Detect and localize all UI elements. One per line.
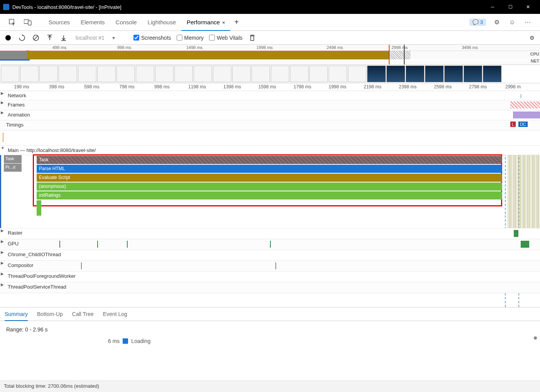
summary-range: Range: 0 - 2.96 s — [6, 326, 534, 333]
garbage-collect-button[interactable] — [248, 34, 256, 42]
track-gpu[interactable]: ▶GPU — [0, 239, 540, 250]
timeline-ruler[interactable]: 198 ms 398 ms 598 ms 798 ms 998 ms 1198 … — [0, 83, 540, 91]
inspect-element-icon[interactable] — [8, 18, 17, 27]
cpu-overview: CPU — [0, 51, 540, 59]
tab-elements[interactable]: Elements — [75, 14, 110, 31]
overview-pane[interactable]: 498 ms 998 ms 1498 ms 1998 ms 2498 ms 29… — [0, 45, 540, 65]
minimize-button[interactable]: ─ — [484, 0, 501, 14]
blocking-time-text: Total blocking time: 2700.06ms (estimate… — [4, 383, 99, 389]
download-profile-button[interactable] — [59, 34, 68, 42]
app-icon — [3, 4, 9, 10]
legend-ms: 6 ms — [108, 338, 120, 344]
svg-rect-2 — [28, 21, 31, 25]
track-threadpool-foreground[interactable]: ▶ThreadPoolForegroundWorker — [0, 272, 540, 282]
tab-call-tree[interactable]: Call Tree — [72, 307, 94, 321]
filmstrip-frame[interactable] — [1, 66, 19, 82]
record-button[interactable] — [4, 34, 12, 42]
tab-lighthouse[interactable]: Lighthouse — [142, 14, 181, 31]
svg-line-4 — [34, 36, 38, 40]
track-chrome-io[interactable]: ▶Chrome_ChildIOThread — [0, 250, 540, 261]
more-menu-icon[interactable]: ⋯ — [523, 18, 532, 27]
flame-initratings[interactable]: initRatings — [37, 191, 502, 199]
feedback-icon[interactable]: ☺ — [508, 18, 517, 27]
tab-summary[interactable]: Summary — [5, 307, 28, 321]
track-animation[interactable]: ▶Animation — [0, 110, 540, 120]
flame-anonymous[interactable]: (anonymous) — [37, 182, 502, 191]
devtools-tabstrip: Sources Elements Console Lighthouse Perf… — [0, 14, 540, 31]
tab-event-log[interactable]: Event Log — [103, 307, 127, 321]
reload-record-button[interactable] — [18, 34, 26, 42]
resize-handle-icon[interactable] — [534, 336, 537, 340]
flame-evaluate-script[interactable]: Evaluate Script — [37, 174, 502, 182]
status-bar: Total blocking time: 2700.06ms (estimate… — [0, 380, 540, 392]
close-tab-icon[interactable]: × — [222, 20, 225, 25]
recording-select[interactable]: localhost #1 — [73, 35, 107, 41]
overview-ruler: 498 ms 998 ms 1498 ms 1998 ms 2498 ms 29… — [0, 45, 540, 51]
settings-gear-icon[interactable]: ⚙ — [492, 18, 501, 27]
window-title: DevTools - localhost:8080/travel-site/ -… — [12, 4, 122, 10]
tab-console[interactable]: Console — [110, 14, 142, 31]
tab-sources[interactable]: Sources — [43, 14, 75, 31]
track-main-header[interactable]: ▼ Main — http://localhost:8080/travel-si… — [0, 146, 540, 155]
track-compositor[interactable]: ▶Compositor — [0, 261, 540, 272]
flame-chart[interactable]: ▶Network ▶Frames ▶Animation Timings L DC… — [0, 91, 540, 307]
legend-label: Loading — [131, 338, 150, 344]
flame-parse-html[interactable]: Parse HTML — [37, 165, 502, 173]
flame-task[interactable]: Task — [37, 156, 502, 164]
issues-badge[interactable]: 💬 3 — [469, 19, 486, 26]
summary-pane: Range: 0 - 2.96 s 6 ms Loading — [0, 321, 540, 349]
details-tabstrip: Summary Bottom-Up Call Tree Event Log — [0, 307, 540, 321]
tab-bottom-up[interactable]: Bottom-Up — [37, 307, 63, 321]
track-frames[interactable]: ▶Frames — [0, 100, 540, 110]
net-overview: NET — [0, 59, 540, 61]
capture-settings-gear-icon[interactable]: ⚙ — [528, 34, 536, 42]
webvitals-checkbox[interactable]: Web Vitals — [209, 35, 242, 41]
timing-badge-dc[interactable]: DC — [518, 122, 528, 127]
track-timings[interactable]: Timings L DC — [0, 120, 540, 130]
maximize-button[interactable]: ☐ — [501, 0, 519, 14]
timing-badge-l[interactable]: L — [510, 122, 516, 127]
legend-swatch-loading — [123, 338, 128, 344]
close-window-button[interactable]: ✕ — [519, 0, 537, 14]
screenshots-checkbox[interactable]: Screenshots — [133, 35, 171, 41]
filmstrip[interactable] — [0, 65, 540, 83]
device-toggle-icon[interactable] — [23, 18, 32, 27]
track-threadpool-service[interactable]: ▶ThreadPoolServiceThread — [0, 282, 540, 293]
window-titlebar: DevTools - localhost:8080/travel-site/ -… — [0, 0, 540, 14]
memory-checkbox[interactable]: Memory — [177, 35, 204, 41]
pre-main-tasks: Task Pr...d — [4, 155, 22, 172]
upload-profile-button[interactable] — [46, 34, 54, 42]
track-network[interactable]: ▶Network — [0, 91, 540, 100]
tab-performance[interactable]: Performance× — [181, 14, 230, 31]
performance-toolbar: localhost #1 ▾ Screenshots Memory Web Vi… — [0, 31, 540, 45]
clear-button[interactable] — [32, 34, 40, 42]
track-raster[interactable]: ▶Raster — [0, 228, 540, 239]
add-tab-button[interactable]: + — [234, 18, 239, 27]
